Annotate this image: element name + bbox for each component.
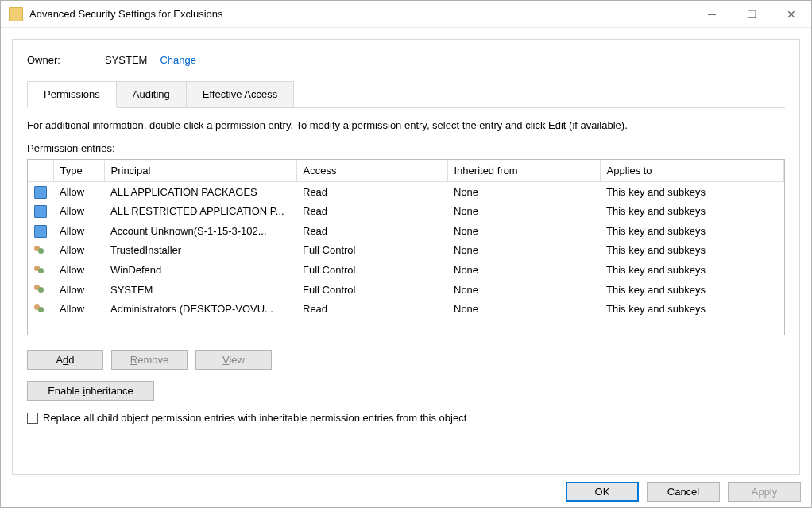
table-row[interactable]: AllowALL APPLICATION PACKAGESReadNoneThi… (28, 182, 784, 202)
cell-applies: This key and subkeys (600, 182, 784, 202)
cell-applies: This key and subkeys (600, 260, 784, 280)
replace-checkbox[interactable] (27, 413, 38, 424)
content-frame: Owner: SYSTEM Change Permissions Auditin… (12, 39, 800, 475)
owner-label: Owner: (27, 54, 105, 66)
user-group-icon (34, 244, 47, 257)
permission-entries-label: Permission entries: (27, 142, 785, 154)
table-row[interactable]: AllowAdministrators (DESKTOP-VOVU...Read… (28, 299, 784, 319)
minimize-button[interactable]: ─ (692, 1, 732, 28)
apply-button[interactable]: Apply (728, 482, 801, 502)
info-text: For additional information, double-click… (27, 119, 785, 131)
cell-type: Allow (53, 260, 104, 280)
replace-checkbox-label[interactable]: Replace all child object permission entr… (43, 412, 466, 424)
col-applies[interactable]: Applies to (600, 160, 784, 182)
add-button[interactable]: Add (27, 350, 103, 370)
ok-button[interactable]: OK (566, 482, 639, 502)
table-row[interactable]: AllowALL RESTRICTED APPLICATION P...Read… (28, 202, 784, 222)
cell-access: Full Control (296, 241, 447, 261)
cell-type: Allow (53, 182, 104, 202)
tabstrip: Permissions Auditing Effective Access (27, 80, 785, 108)
col-type[interactable]: Type (53, 160, 104, 182)
titlebar: Advanced Security Settings for Exclusion… (1, 1, 811, 28)
cell-access: Full Control (296, 280, 447, 300)
change-owner-link[interactable]: Change (160, 54, 196, 66)
table-row[interactable]: AllowTrustedInstallerFull ControlNoneThi… (28, 241, 784, 261)
cell-principal: Account Unknown(S-1-15-3-102... (104, 221, 296, 241)
cell-access: Read (296, 299, 447, 319)
replace-checkbox-row: Replace all child object permission entr… (27, 412, 785, 424)
cancel-button[interactable]: Cancel (647, 482, 720, 502)
col-icon[interactable] (28, 160, 53, 182)
col-inherited[interactable]: Inherited from (447, 160, 600, 182)
cell-principal: Administrators (DESKTOP-VOVU... (104, 299, 296, 319)
enable-inheritance-button[interactable]: Enable inheritance (27, 381, 154, 401)
owner-value: SYSTEM (105, 54, 147, 66)
user-group-icon (34, 264, 47, 277)
cell-applies: This key and subkeys (600, 221, 784, 241)
user-group-icon (34, 283, 47, 296)
window-title: Advanced Security Settings for Exclusion… (29, 8, 223, 20)
app-package-icon (34, 225, 47, 238)
maximize-button[interactable]: ☐ (732, 1, 771, 28)
entry-buttons: Add Remove View (27, 350, 785, 370)
cell-principal: ALL APPLICATION PACKAGES (104, 182, 296, 202)
cell-inherited: None (447, 202, 600, 222)
col-access[interactable]: Access (296, 160, 447, 182)
cell-access: Full Control (296, 260, 447, 280)
cell-type: Allow (53, 202, 104, 222)
cell-inherited: None (447, 182, 600, 202)
cell-inherited: None (447, 260, 600, 280)
cell-applies: This key and subkeys (600, 299, 784, 319)
tab-permissions[interactable]: Permissions (27, 81, 117, 108)
cell-applies: This key and subkeys (600, 202, 784, 222)
cell-applies: This key and subkeys (600, 280, 784, 300)
app-package-icon (34, 205, 47, 218)
tab-effective-access[interactable]: Effective Access (187, 81, 294, 108)
cell-access: Read (296, 221, 447, 241)
close-button[interactable]: ✕ (771, 1, 811, 28)
cell-principal: SYSTEM (104, 280, 296, 300)
permission-entries-grid[interactable]: Type Principal Access Inherited from App… (27, 159, 785, 335)
dialog-buttons: OK Cancel Apply (566, 482, 801, 502)
table-row[interactable]: AllowSYSTEMFull ControlNoneThis key and … (28, 280, 784, 300)
cell-type: Allow (53, 280, 104, 300)
cell-type: Allow (53, 241, 104, 261)
cell-principal: WinDefend (104, 260, 296, 280)
owner-row: Owner: SYSTEM Change (27, 54, 785, 66)
table-row[interactable]: AllowWinDefendFull ControlNoneThis key a… (28, 260, 784, 280)
remove-button[interactable]: Remove (111, 350, 188, 370)
folder-icon (9, 7, 23, 21)
cell-access: Read (296, 202, 447, 222)
app-package-icon (34, 186, 47, 199)
cell-inherited: None (447, 241, 600, 261)
cell-inherited: None (447, 280, 600, 300)
tab-auditing[interactable]: Auditing (117, 81, 187, 108)
cell-applies: This key and subkeys (600, 241, 784, 261)
user-group-icon (34, 303, 47, 316)
cell-type: Allow (53, 221, 104, 241)
cell-principal: ALL RESTRICTED APPLICATION P... (104, 202, 296, 222)
view-button[interactable]: View (195, 350, 272, 370)
grid-header-row: Type Principal Access Inherited from App… (28, 160, 784, 182)
cell-inherited: None (447, 299, 600, 319)
cell-inherited: None (447, 221, 600, 241)
cell-access: Read (296, 182, 447, 202)
table-row[interactable]: AllowAccount Unknown(S-1-15-3-102...Read… (28, 221, 784, 241)
col-principal[interactable]: Principal (104, 160, 296, 182)
cell-principal: TrustedInstaller (104, 241, 296, 261)
cell-type: Allow (53, 299, 104, 319)
